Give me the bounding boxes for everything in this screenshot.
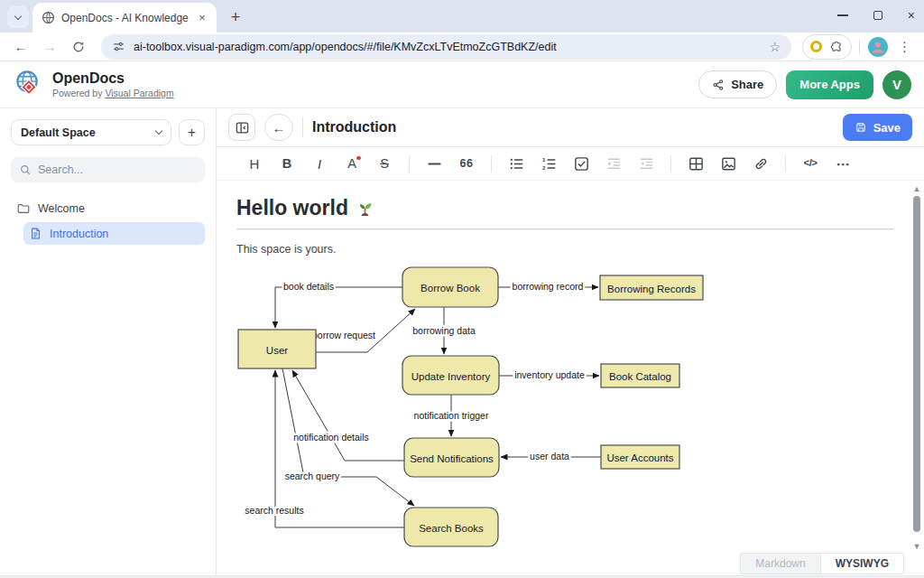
sidebar-item-welcome[interactable]: Welcome xyxy=(11,197,205,219)
scrollbar-up-icon[interactable]: ▲ xyxy=(910,184,923,193)
toolbar-divider xyxy=(409,155,410,172)
new-tab-button[interactable]: + xyxy=(224,5,247,29)
forward-icon[interactable]: → xyxy=(38,35,61,59)
tab-close-icon[interactable]: × xyxy=(195,11,209,25)
diagram-edge-label-borrow-request: borrow request xyxy=(312,330,375,340)
toggle-sidebar-button[interactable] xyxy=(228,114,255,141)
sidebar: Default Space + WelcomeIntroduction xyxy=(0,108,217,578)
tab-search-button[interactable] xyxy=(7,6,29,28)
browser-navbar: ← → ai-toolbox.visual-paradigm.com/app/o… xyxy=(0,33,924,61)
task-list-icon[interactable] xyxy=(568,152,595,176)
wysiwyg-mode-button[interactable]: WYSIWYG xyxy=(820,553,904,574)
svg-text:Send Notifications: Send Notifications xyxy=(410,453,494,464)
quote-icon[interactable]: 66 xyxy=(454,152,480,176)
diagram-edge-label-book-details: book details xyxy=(283,281,334,292)
sidebar-search[interactable] xyxy=(11,157,205,182)
code-icon[interactable]: </> xyxy=(798,152,824,176)
tab-title: OpenDocs - AI Knowledge Base xyxy=(61,12,189,24)
diagram-edge-label-notification-trigger: notification trigger xyxy=(414,410,489,421)
browser-tab-strip: OpenDocs - AI Knowledge Base × + × xyxy=(0,0,924,33)
url-text[interactable]: ai-toolbox.visual-paradigm.com/app/opend… xyxy=(134,41,761,53)
diagram-node-borrow-book[interactable]: Borrow Book xyxy=(402,267,498,307)
sidebar-item-introduction[interactable]: Introduction xyxy=(23,222,205,245)
save-icon xyxy=(855,121,867,134)
outdent-icon xyxy=(633,152,660,176)
font-color-icon[interactable]: A xyxy=(339,152,365,176)
share-button[interactable]: Share xyxy=(698,70,777,98)
diagram-edge-notification-details xyxy=(292,370,404,461)
document-tree: WelcomeIntroduction xyxy=(11,197,205,245)
puzzle-extensions-icon[interactable] xyxy=(829,40,844,54)
diagram-node-borrowing-records[interactable]: Borrowing Records xyxy=(600,275,703,300)
browser-profile-avatar[interactable] xyxy=(867,36,889,58)
dataflow-diagram[interactable]: book detailsborrowing recordborrow reque… xyxy=(217,257,924,553)
editor-content[interactable]: Hello world This space is yours. book de… xyxy=(217,181,924,553)
diagram-edge-label-borrowing-data: borrowing data xyxy=(412,325,476,336)
editor-scrollbar[interactable]: ▲ ▼ xyxy=(910,182,923,551)
more-apps-button[interactable]: More Apps xyxy=(786,70,873,99)
bold-icon[interactable]: B xyxy=(274,152,300,176)
markdown-mode-button[interactable]: Markdown xyxy=(740,553,820,574)
diagram-node-user[interactable]: User xyxy=(238,330,316,368)
diagram-edge-label-borrowing-record: borrowing record xyxy=(513,281,584,292)
browser-menu-icon[interactable]: ⋮ xyxy=(894,39,915,55)
diagram-node-user-accounts[interactable]: User Accounts xyxy=(601,445,679,469)
svg-text:1: 1 xyxy=(542,156,546,163)
strikethrough-icon[interactable]: S xyxy=(372,152,398,176)
user-avatar[interactable]: V xyxy=(882,70,911,99)
diagram-node-search-books[interactable]: Search Books xyxy=(404,508,498,546)
visual-paradigm-link[interactable]: Visual Paradigm xyxy=(105,88,173,98)
extensions-pill xyxy=(802,34,852,60)
space-selector[interactable]: Default Space xyxy=(11,119,171,145)
svg-text:Search Books: Search Books xyxy=(419,523,484,534)
opendocs-logo-icon xyxy=(13,69,44,100)
diagram-edge-label-user-data: user data xyxy=(530,451,569,461)
italic-icon[interactable]: I xyxy=(307,152,333,176)
ordered-list-icon[interactable]: 12 xyxy=(536,152,562,176)
share-icon xyxy=(712,79,725,91)
bookmark-star-icon[interactable]: ☆ xyxy=(769,40,781,54)
diagram-node-book-catalog[interactable]: Book Catalog xyxy=(601,364,679,387)
tree-item-label: Introduction xyxy=(50,228,108,240)
diagram-node-update-inventory[interactable]: Update Inventory xyxy=(402,356,499,395)
more-icon[interactable]: ⋯ xyxy=(830,152,856,176)
diagram-edge-label-notification-details: notification details xyxy=(293,432,368,443)
link-icon[interactable] xyxy=(748,152,774,176)
globe-favicon-icon xyxy=(42,11,55,24)
scrollbar-thumb[interactable] xyxy=(913,196,920,532)
extension-badge-icon[interactable] xyxy=(810,41,822,52)
document-icon xyxy=(29,227,42,240)
svg-text:2: 2 xyxy=(542,163,546,170)
toolbar-divider xyxy=(785,155,786,172)
tree-item-label: Welcome xyxy=(38,202,85,215)
save-button[interactable]: Save xyxy=(843,114,912,141)
table-icon[interactable] xyxy=(683,152,709,176)
image-icon[interactable] xyxy=(716,152,742,176)
svg-text:Update Inventory: Update Inventory xyxy=(411,371,491,382)
add-space-button[interactable]: + xyxy=(179,119,205,145)
back-button[interactable]: ← xyxy=(264,114,293,141)
app-name: OpenDocs xyxy=(52,70,174,87)
window-close-button[interactable]: × xyxy=(908,8,915,23)
heading-icon[interactable]: H xyxy=(242,152,268,176)
site-settings-icon[interactable] xyxy=(112,40,125,53)
brand: OpenDocs Powered by Visual Paradigm xyxy=(13,69,174,100)
search-input[interactable] xyxy=(38,163,197,176)
diagram-edge-label-inventory-update: inventory update xyxy=(514,369,585,380)
back-icon[interactable]: ← xyxy=(9,35,32,59)
scrollbar-down-icon[interactable]: ▼ xyxy=(910,542,923,551)
window-minimize-button[interactable] xyxy=(837,14,848,15)
bullet-list-icon[interactable] xyxy=(504,152,530,176)
svg-text:User Accounts: User Accounts xyxy=(606,452,673,463)
diagram-node-send-notifications[interactable]: Send Notifications xyxy=(404,438,499,477)
diagram-edge-label-search-results: search results xyxy=(245,505,303,516)
svg-text:Book Catalog: Book Catalog xyxy=(609,371,671,382)
heading-rule xyxy=(236,228,893,230)
indent-icon xyxy=(601,152,627,176)
refresh-icon[interactable] xyxy=(67,35,90,59)
editor-footer: Markdown WYSIWYG xyxy=(217,553,924,578)
address-bar[interactable]: ai-toolbox.visual-paradigm.com/app/opend… xyxy=(101,34,791,60)
horizontal-rule-icon[interactable] xyxy=(421,152,448,176)
browser-tab[interactable]: OpenDocs - AI Knowledge Base × xyxy=(32,3,217,33)
window-maximize-button[interactable] xyxy=(873,11,882,20)
